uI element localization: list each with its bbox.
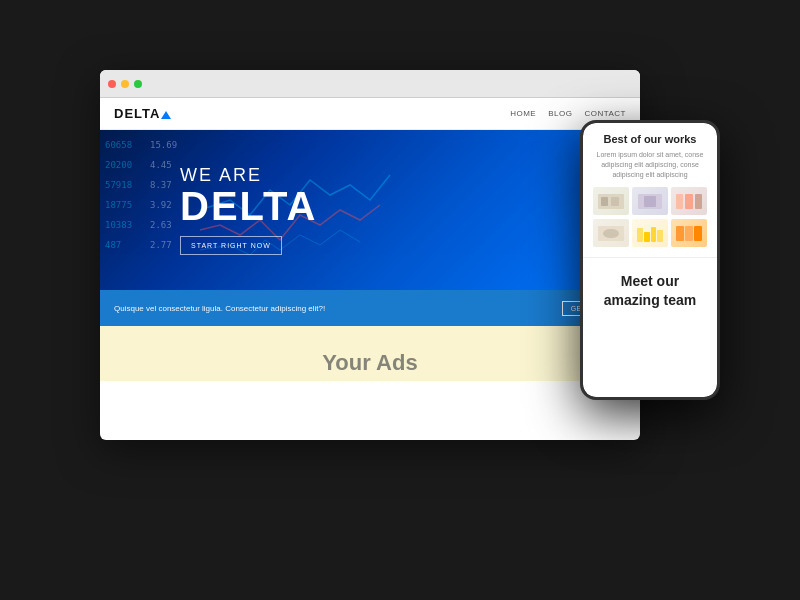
works-thumb-5[interactable] [632, 219, 668, 247]
works-title: Best of our works [593, 133, 707, 145]
nav-home[interactable]: HOME [510, 109, 536, 118]
works-thumb-6[interactable] [671, 219, 707, 247]
browser-minimize-dot [121, 80, 129, 88]
hero-subtitle: WE ARE [180, 165, 317, 186]
works-grid-row2 [593, 219, 707, 247]
works-thumb-3[interactable] [671, 187, 707, 215]
mobile-mockup: Best of our works Lorem ipsum dolor sit … [580, 120, 720, 400]
hero-title: DELTA [180, 186, 317, 226]
logo-triangle-icon [161, 111, 171, 119]
nav-links: HOME BLOG CONTACT [510, 109, 626, 118]
hero-section: 60658 20200 57918 18775 10383 487 15.69 … [100, 130, 640, 290]
mobile-screen: Best of our works Lorem ipsum dolor sit … [583, 123, 717, 397]
hero-text: WE ARE DELTA START RIGHT NOW [100, 165, 317, 255]
nav-blog[interactable]: BLOG [548, 109, 572, 118]
works-grid-row1 [593, 187, 707, 215]
hero-start-button[interactable]: START RIGHT NOW [180, 236, 282, 255]
browser-bar [100, 70, 640, 98]
works-lorem: Lorem ipsum dolor sit amet, conse adipis… [593, 150, 707, 179]
team-title: Meet our amazing team [593, 272, 707, 308]
scene: DELTA HOME BLOG CONTACT 60658 20200 5791… [0, 0, 800, 600]
site-logo: DELTA [114, 106, 171, 121]
works-section: Best of our works Lorem ipsum dolor sit … [583, 123, 717, 258]
section-title: Your Ads [322, 350, 417, 376]
yellow-section: Your Ads [100, 326, 640, 381]
browser-maximize-dot [134, 80, 142, 88]
works-thumb-1[interactable] [593, 187, 629, 215]
browser-close-dot [108, 80, 116, 88]
works-thumb-4[interactable] [593, 219, 629, 247]
browser-content: DELTA HOME BLOG CONTACT 60658 20200 5791… [100, 98, 640, 440]
nav-contact[interactable]: CONTACT [584, 109, 626, 118]
cta-text: Quisque vel consectetur ligula. Consecte… [114, 304, 325, 313]
works-thumb-2[interactable] [632, 187, 668, 215]
site-nav: DELTA HOME BLOG CONTACT [100, 98, 640, 130]
desktop-mockup: DELTA HOME BLOG CONTACT 60658 20200 5791… [100, 70, 640, 440]
mobile-content: Best of our works Lorem ipsum dolor sit … [583, 123, 717, 397]
cta-bar: Quisque vel consectetur ligula. Consecte… [100, 290, 640, 326]
team-section: Meet our amazing team [583, 258, 717, 322]
